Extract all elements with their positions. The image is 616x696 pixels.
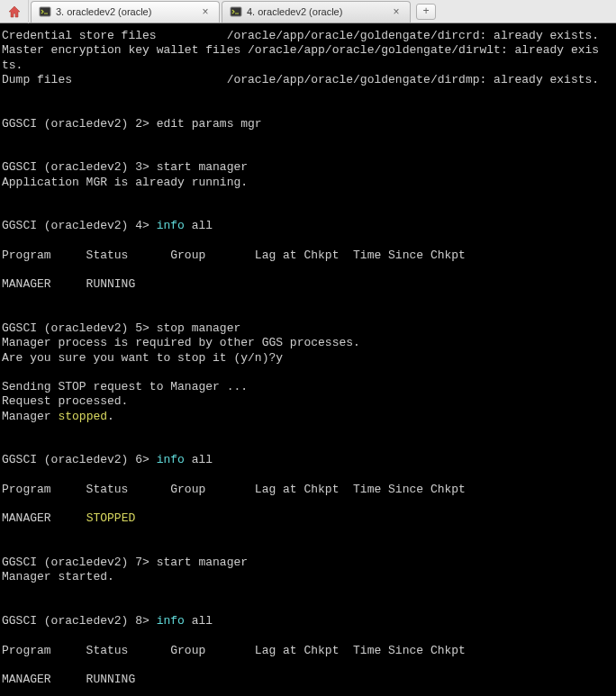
command: start manager: [157, 556, 248, 569]
prompt: GGSCI (oracledev2) 2>: [2, 117, 157, 131]
table-row: MANAGER: [2, 511, 86, 525]
command-arg: all: [192, 614, 213, 628]
output-line: Manager: [2, 410, 58, 423]
output-line: Manager started.: [2, 570, 114, 583]
tab-2-close[interactable]: ×: [390, 5, 403, 18]
output-line: ts.: [2, 59, 23, 72]
output-line: Master encryption key wallet files /orac…: [2, 43, 599, 57]
terminal-output[interactable]: Credential store files /oracle/app/oracl…: [0, 23, 616, 696]
terminal-icon: [230, 5, 242, 18]
home-button[interactable]: [0, 0, 29, 23]
output-line: Application MGR is already running.: [2, 176, 248, 189]
tab-1-close[interactable]: ×: [199, 5, 212, 18]
command: stop manager: [157, 321, 241, 335]
output-line: Credential store files /oracle/app/oracl…: [2, 29, 599, 42]
command-keyword: info: [157, 614, 192, 628]
table-row: MANAGER RUNNING: [2, 277, 135, 291]
output-line: .: [107, 410, 114, 423]
output-line: Are you sure you want to stop it (y/n)?y: [2, 351, 283, 365]
prompt: GGSCI (oracledev2) 5>: [2, 321, 157, 335]
tab-bar: 3. oracledev2 (oracle) × 4. oracledev2 (…: [0, 0, 616, 23]
command: start manager: [157, 160, 248, 174]
table-header: Program Status Group Lag at Chkpt Time S…: [2, 249, 466, 262]
prompt: GGSCI (oracledev2) 6>: [2, 453, 157, 466]
terminal-icon: [39, 5, 51, 18]
status-word: stopped: [58, 410, 107, 423]
svg-rect-0: [40, 7, 50, 16]
svg-rect-1: [231, 7, 241, 16]
command: edit params mgr: [157, 117, 262, 131]
output-line: Dump files /oracle/app/oracle/goldengate…: [2, 73, 599, 86]
table-header: Program Status Group Lag at Chkpt Time S…: [2, 644, 466, 657]
table-row: MANAGER RUNNING: [2, 673, 135, 686]
plus-icon: +: [422, 5, 429, 18]
output-line: Sending STOP request to Manager ...: [2, 380, 248, 393]
status-badge: STOPPED: [86, 511, 136, 525]
command-arg: all: [192, 219, 213, 232]
command-arg: all: [192, 453, 213, 466]
prompt: GGSCI (oracledev2) 3>: [2, 160, 157, 174]
home-icon: [7, 5, 22, 19]
prompt: GGSCI (oracledev2) 7>: [2, 556, 157, 569]
output-line: Manager process is required by other GGS…: [2, 336, 360, 349]
command-keyword: info: [157, 219, 192, 232]
tab-2[interactable]: 4. oracledev2 (oracle) ×: [222, 1, 411, 23]
command-keyword: info: [157, 453, 192, 466]
output-line: Request processed.: [2, 394, 128, 408]
tab-1-label: 3. oracledev2 (oracle): [56, 6, 195, 17]
tab-2-label: 4. oracledev2 (oracle): [247, 6, 385, 17]
tab-1[interactable]: 3. oracledev2 (oracle) ×: [31, 1, 220, 23]
prompt: GGSCI (oracledev2) 8>: [2, 614, 157, 628]
prompt: GGSCI (oracledev2) 4>: [2, 219, 157, 232]
new-tab-button[interactable]: +: [416, 4, 436, 20]
table-header: Program Status Group Lag at Chkpt Time S…: [2, 483, 466, 496]
